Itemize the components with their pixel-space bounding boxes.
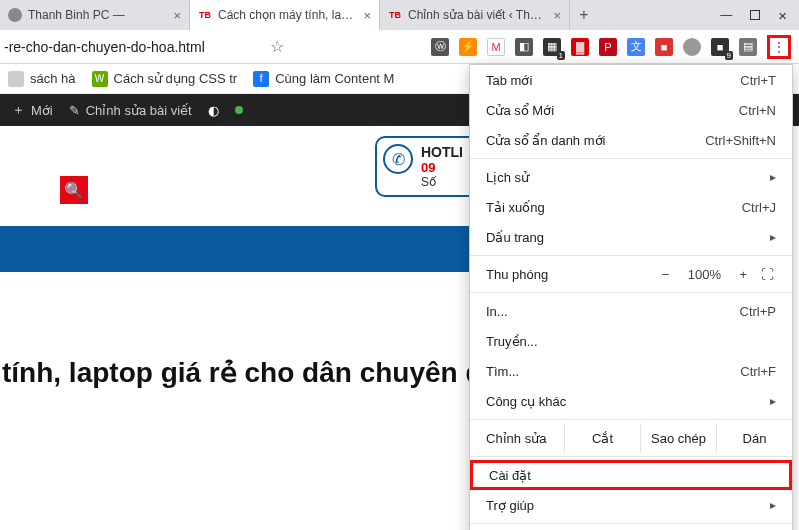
tab-2[interactable]: TB Cách chọn máy tính, laptop giá × bbox=[190, 0, 380, 30]
bookmark-label: sách hà bbox=[30, 71, 76, 86]
menu-separator bbox=[470, 523, 792, 524]
tab-bar: Thanh Binh PC — × TB Cách chọn máy tính,… bbox=[0, 0, 799, 30]
bookmark-item[interactable]: f Cùng làm Content M bbox=[253, 71, 394, 87]
ext-icon[interactable]: ◧ bbox=[515, 38, 533, 56]
minimize-icon[interactable]: — bbox=[720, 8, 732, 22]
menu-settings[interactable]: Cài đặt bbox=[470, 460, 792, 490]
wp-edit-button[interactable]: ✎Chỉnh sửa bài viết bbox=[69, 103, 192, 118]
tab-1[interactable]: Thanh Binh PC — × bbox=[0, 0, 190, 30]
menu-separator bbox=[470, 456, 792, 457]
ext-icon[interactable]: ⚡ bbox=[459, 38, 477, 56]
shortcut: Ctrl+P bbox=[740, 304, 776, 319]
menu-find[interactable]: Tìm...Ctrl+F bbox=[470, 356, 792, 386]
tab-favicon bbox=[8, 8, 22, 22]
ext-icon[interactable]: ▤ bbox=[739, 38, 757, 56]
tab-3[interactable]: TB Chỉnh sửa bài viết ‹ Thanh Bì × bbox=[380, 0, 570, 30]
close-icon[interactable]: × bbox=[363, 8, 371, 23]
menu-label: In... bbox=[486, 304, 508, 319]
chrome-menu: Tab mớiCtrl+T Cửa sổ MớiCtrl+N Cửa sổ ẩn… bbox=[469, 64, 793, 530]
bookmark-favicon bbox=[8, 71, 24, 87]
menu-separator bbox=[470, 292, 792, 293]
close-icon[interactable]: × bbox=[173, 8, 181, 23]
wp-yoast-icon[interactable]: ◐ bbox=[208, 103, 219, 118]
shortcut: Ctrl+Shift+N bbox=[705, 133, 776, 148]
bookmark-star-icon[interactable]: ☆ bbox=[260, 37, 294, 56]
close-icon[interactable]: × bbox=[553, 8, 561, 23]
url-text[interactable]: -re-cho-dan-chuyen-do-hoa.html bbox=[0, 39, 260, 55]
bookmark-item[interactable]: sách hà bbox=[8, 71, 76, 87]
menu-history[interactable]: Lịch sử▸ bbox=[470, 162, 792, 192]
shortcut: Ctrl+T bbox=[740, 73, 776, 88]
zoom-percent: 100% bbox=[683, 267, 725, 282]
hotline-box: ✆ HOTLI 09 Số bbox=[375, 136, 479, 197]
wp-edit-label: Chỉnh sửa bài viết bbox=[86, 103, 192, 118]
menu-label: Chỉnh sửa bbox=[470, 431, 564, 446]
nav-bar bbox=[0, 226, 469, 272]
ext-icon[interactable]: ■9 bbox=[711, 38, 729, 56]
bookmark-label: Cùng làm Content M bbox=[275, 71, 394, 86]
pinterest-icon[interactable]: P bbox=[599, 38, 617, 56]
translate-icon[interactable]: 文 bbox=[627, 38, 645, 56]
menu-new-window[interactable]: Cửa sổ MớiCtrl+N bbox=[470, 95, 792, 125]
gmail-icon[interactable]: M bbox=[487, 38, 505, 56]
chevron-right-icon: ▸ bbox=[770, 498, 776, 512]
shortcut: Ctrl+F bbox=[740, 364, 776, 379]
chevron-right-icon: ▸ bbox=[770, 230, 776, 244]
ext-icon[interactable]: ▓ bbox=[571, 38, 589, 56]
extensions-bar: ⓦ ⚡ M ◧ ▦1 ▓ P 文 ■ ■9 ▤ ⋮ bbox=[294, 35, 799, 59]
close-window-icon[interactable]: × bbox=[778, 7, 787, 24]
plus-icon: ＋ bbox=[12, 101, 25, 119]
maximize-icon[interactable] bbox=[750, 10, 760, 20]
menu-incognito[interactable]: Cửa sổ ẩn danh mớiCtrl+Shift+N bbox=[470, 125, 792, 155]
kebab-icon: ⋮ bbox=[772, 45, 786, 49]
search-button[interactable]: 🔍 bbox=[60, 176, 88, 204]
address-bar: -re-cho-dan-chuyen-do-hoa.html ☆ ⓦ ⚡ M ◧… bbox=[0, 30, 799, 64]
ext-icon[interactable] bbox=[683, 38, 701, 56]
menu-label: Tìm... bbox=[486, 364, 519, 379]
menu-paste[interactable]: Dán bbox=[716, 423, 792, 453]
phone-icon: ✆ bbox=[383, 144, 413, 174]
menu-label: Cửa sổ ẩn danh mới bbox=[486, 133, 605, 148]
chevron-right-icon: ▸ bbox=[770, 394, 776, 408]
wordpress-icon[interactable]: ⓦ bbox=[431, 38, 449, 56]
facebook-icon: f bbox=[253, 71, 269, 87]
wp-new-label: Mới bbox=[31, 103, 53, 118]
pencil-icon: ✎ bbox=[69, 103, 80, 118]
badge: 9 bbox=[725, 51, 733, 60]
menu-print[interactable]: In...Ctrl+P bbox=[470, 296, 792, 326]
menu-new-tab[interactable]: Tab mớiCtrl+T bbox=[470, 65, 792, 95]
menu-downloads[interactable]: Tải xuốngCtrl+J bbox=[470, 192, 792, 222]
menu-copy[interactable]: Sao chép bbox=[640, 423, 716, 453]
menu-edit-row: Chỉnh sửa Cắt Sao chép Dán bbox=[470, 423, 792, 453]
hotline-sub: Số bbox=[421, 175, 463, 189]
zoom-out-button[interactable]: − bbox=[662, 267, 670, 282]
menu-cast[interactable]: Truyền... bbox=[470, 326, 792, 356]
menu-separator bbox=[470, 419, 792, 420]
menu-label: Tab mới bbox=[486, 73, 532, 88]
menu-label: Thu phóng bbox=[486, 267, 548, 282]
zoom-in-button[interactable]: + bbox=[739, 267, 747, 282]
chevron-right-icon: ▸ bbox=[770, 170, 776, 184]
search-icon: 🔍 bbox=[64, 181, 84, 200]
shortcut: Ctrl+J bbox=[742, 200, 776, 215]
fullscreen-icon[interactable]: ⛶ bbox=[761, 267, 776, 282]
ext-icon[interactable]: ■ bbox=[655, 38, 673, 56]
menu-label: Công cụ khác bbox=[486, 394, 566, 409]
bookmark-item[interactable]: W Cách sử dụng CSS tr bbox=[92, 71, 238, 87]
menu-zoom: Thu phóng − 100% + ⛶ bbox=[470, 259, 792, 289]
menu-help[interactable]: Trợ giúp▸ bbox=[470, 490, 792, 520]
menu-more-tools[interactable]: Công cụ khác▸ bbox=[470, 386, 792, 416]
menu-cut[interactable]: Cắt bbox=[564, 423, 640, 453]
menu-label: Cài đặt bbox=[489, 468, 531, 483]
menu-label: Dấu trang bbox=[486, 230, 544, 245]
bookmark-favicon: W bbox=[92, 71, 108, 87]
hotline-title: HOTLI bbox=[421, 144, 463, 160]
wp-new-button[interactable]: ＋Mới bbox=[12, 101, 53, 119]
hotline-number: 09 bbox=[421, 160, 463, 175]
ext-icon[interactable]: ▦1 bbox=[543, 38, 561, 56]
menu-bookmarks[interactable]: Dấu trang▸ bbox=[470, 222, 792, 252]
chrome-menu-button[interactable]: ⋮ bbox=[767, 35, 791, 59]
wp-status-dot bbox=[235, 106, 243, 114]
new-tab-button[interactable]: + bbox=[570, 0, 598, 30]
page-heading: tính, laptop giá rẻ cho dân chuyên đ bbox=[0, 356, 483, 389]
